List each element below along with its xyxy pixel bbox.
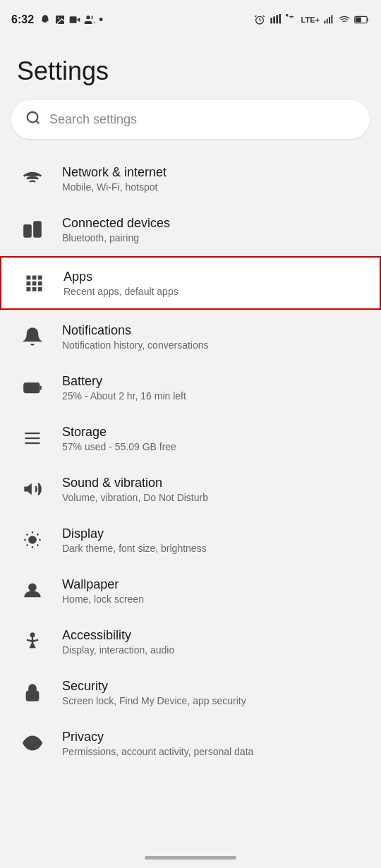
settings-item-accessibility[interactable]: Accessibility Display, interaction, audi… bbox=[0, 616, 381, 667]
settings-item-wallpaper-subtitle: Home, lock screen bbox=[62, 593, 364, 605]
battery-icon bbox=[17, 372, 48, 403]
settings-item-connected-subtitle: Bluetooth, pairing bbox=[62, 232, 364, 243]
settings-item-display[interactable]: Display Dark theme, font size, brightnes… bbox=[0, 514, 381, 565]
status-right: LTE+ bbox=[254, 14, 370, 25]
search-bar-container: Search settings bbox=[0, 100, 381, 153]
settings-item-accessibility-title: Accessibility bbox=[62, 628, 364, 643]
svg-line-20 bbox=[36, 121, 39, 123]
svg-rect-32 bbox=[38, 287, 42, 291]
status-icons-left: • bbox=[40, 13, 103, 28]
settings-item-security[interactable]: Security Screen lock, Find My Device, ap… bbox=[0, 667, 381, 718]
settings-item-battery-subtitle: 25% - About 2 hr, 16 min left bbox=[62, 390, 364, 402]
settings-item-wallpaper[interactable]: Wallpaper Home, lock screen bbox=[0, 565, 381, 616]
alarm-icon bbox=[254, 14, 265, 25]
svg-point-43 bbox=[30, 741, 35, 746]
photo-icon bbox=[54, 14, 66, 25]
svg-rect-42 bbox=[27, 692, 38, 701]
settings-item-privacy-subtitle: Permissions, account activity, personal … bbox=[62, 746, 364, 757]
svg-rect-34 bbox=[26, 385, 31, 391]
search-bar[interactable]: Search settings bbox=[11, 100, 370, 139]
battery-icon bbox=[354, 14, 370, 25]
settings-item-accessibility-subtitle: Display, interaction, audio bbox=[62, 644, 364, 656]
settings-item-apps-title: Apps bbox=[64, 270, 363, 284]
wifi-calling-icon bbox=[285, 14, 298, 25]
svg-rect-27 bbox=[27, 282, 31, 286]
wallpaper-icon bbox=[17, 575, 48, 606]
svg-point-39 bbox=[29, 536, 35, 543]
svg-rect-25 bbox=[32, 276, 37, 280]
svg-point-4 bbox=[86, 16, 90, 19]
svg-rect-23 bbox=[34, 222, 40, 237]
svg-rect-8 bbox=[270, 18, 272, 23]
settings-item-wallpaper-title: Wallpaper bbox=[62, 577, 364, 592]
video-icon bbox=[69, 14, 80, 25]
group-icon bbox=[84, 14, 95, 25]
snapchat-icon bbox=[40, 14, 51, 25]
security-icon bbox=[17, 677, 48, 708]
settings-item-battery[interactable]: Battery 25% - About 2 hr, 16 min left bbox=[0, 362, 381, 413]
accessibility-icon bbox=[17, 626, 48, 657]
connected-icon bbox=[17, 214, 48, 245]
settings-item-notifications-title: Notifications bbox=[62, 323, 364, 338]
apps-icon bbox=[18, 267, 49, 299]
nav-hint bbox=[0, 847, 381, 868]
settings-item-network-title: Network & internet bbox=[62, 165, 364, 180]
svg-rect-31 bbox=[32, 287, 37, 291]
wifi-icon bbox=[338, 14, 351, 25]
sound-icon bbox=[17, 474, 48, 505]
svg-rect-22 bbox=[24, 225, 30, 236]
svg-point-1 bbox=[58, 18, 59, 19]
settings-item-storage-title: Storage bbox=[62, 425, 364, 440]
settings-item-notifications[interactable]: Notifications Notification history, conv… bbox=[0, 311, 381, 362]
settings-item-security-title: Security bbox=[62, 679, 364, 694]
settings-item-apps-subtitle: Recent apps, default apps bbox=[64, 286, 363, 297]
svg-rect-13 bbox=[327, 19, 328, 24]
storage-icon bbox=[17, 423, 48, 454]
svg-line-6 bbox=[255, 16, 256, 17]
svg-rect-28 bbox=[32, 282, 37, 286]
settings-item-connected[interactable]: Connected devices Bluetooth, pairing bbox=[0, 204, 381, 255]
svg-rect-18 bbox=[356, 17, 361, 22]
svg-point-41 bbox=[31, 633, 35, 637]
settings-item-sound-subtitle: Volume, vibration, Do Not Disturb bbox=[62, 492, 364, 503]
svg-rect-14 bbox=[329, 17, 330, 23]
nav-indicator bbox=[145, 856, 236, 860]
svg-rect-9 bbox=[273, 16, 275, 23]
svg-rect-10 bbox=[276, 15, 278, 23]
signal-grid-icon bbox=[269, 14, 282, 25]
page-title: Settings bbox=[0, 40, 381, 100]
search-icon bbox=[25, 110, 41, 129]
settings-item-storage[interactable]: Storage 57% used - 55.09 GB free bbox=[0, 413, 381, 464]
search-placeholder: Search settings bbox=[49, 112, 137, 127]
settings-item-sound[interactable]: Sound & vibration Volume, vibration, Do … bbox=[0, 464, 381, 514]
svg-rect-26 bbox=[38, 276, 42, 280]
settings-item-sound-title: Sound & vibration bbox=[62, 476, 364, 490]
svg-rect-11 bbox=[279, 14, 281, 23]
settings-item-connected-title: Connected devices bbox=[62, 216, 364, 231]
settings-list: Network & internet Mobile, Wi-Fi, hotspo… bbox=[0, 153, 381, 768]
svg-point-19 bbox=[28, 112, 38, 123]
display-icon bbox=[17, 524, 48, 555]
settings-item-privacy[interactable]: Privacy Permissions, account activity, p… bbox=[0, 718, 381, 768]
settings-item-storage-subtitle: 57% used - 55.09 GB free bbox=[62, 441, 364, 452]
svg-rect-12 bbox=[324, 20, 325, 23]
svg-rect-24 bbox=[27, 276, 31, 280]
settings-item-display-subtitle: Dark theme, font size, brightness bbox=[62, 543, 364, 554]
settings-item-apps[interactable]: Apps Recent apps, default apps bbox=[0, 256, 381, 310]
svg-line-7 bbox=[262, 16, 264, 17]
privacy-icon bbox=[17, 728, 48, 759]
svg-marker-38 bbox=[24, 483, 32, 495]
lte-icon: LTE+ bbox=[301, 16, 320, 24]
notifications-icon bbox=[17, 321, 48, 352]
svg-rect-3 bbox=[70, 16, 77, 23]
settings-item-battery-title: Battery bbox=[62, 374, 364, 389]
status-left: 6:32 • bbox=[11, 13, 103, 28]
status-bar: 6:32 • LTE+ bbox=[0, 0, 381, 40]
settings-item-security-subtitle: Screen lock, Find My Device, app securit… bbox=[62, 695, 364, 706]
settings-item-network[interactable]: Network & internet Mobile, Wi-Fi, hotspo… bbox=[0, 153, 381, 204]
svg-rect-30 bbox=[27, 287, 31, 291]
dot-icon: • bbox=[99, 13, 103, 28]
signal-strength-icon bbox=[323, 14, 334, 25]
settings-item-display-title: Display bbox=[62, 526, 364, 541]
svg-rect-29 bbox=[38, 282, 42, 286]
